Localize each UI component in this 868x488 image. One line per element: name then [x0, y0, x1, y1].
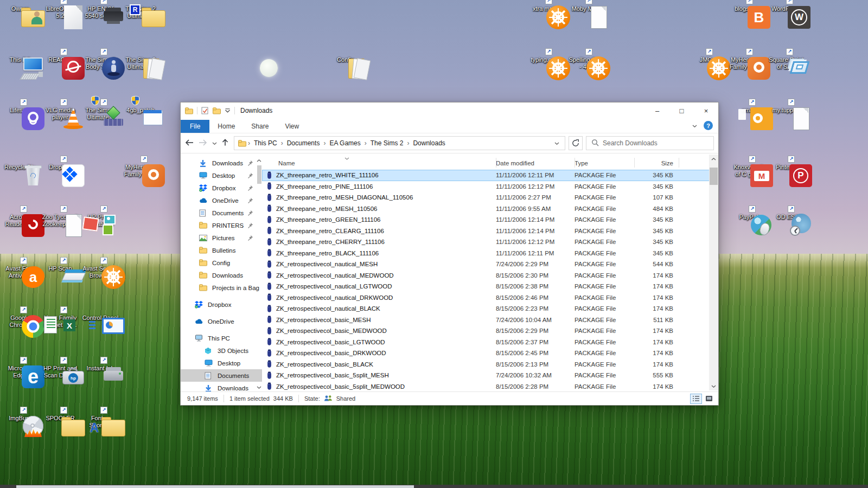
tab-home[interactable]: Home: [209, 120, 243, 133]
desktop-icon-lifesize[interactable]: ↗Lifesize: [0, 106, 40, 114]
desktop-icon-reachit[interactable]: ↗REACHit: [40, 55, 80, 63]
desktop-icon-pinterest[interactable]: P↗Pinterest: [768, 163, 808, 171]
tab-view[interactable]: View: [277, 120, 307, 133]
desktop-icon-the-sims-2-ultimate-[interactable]: The Sims 2 Ultimate...: [120, 55, 161, 70]
recent-locations-chevron-icon[interactable]: [212, 139, 217, 147]
desktop-icon-hp-print-and-scan-doctor[interactable]: hp↗HP Print and Scan Doctor: [40, 364, 80, 379]
desktop-icon-od-ess[interactable]: ↗OD ESS: [768, 213, 808, 221]
sidebar-item-onedrive[interactable]: OneDrive: [181, 194, 262, 207]
sidebar-item-3d-objects[interactable]: 3D Objects: [181, 344, 262, 357]
table-row[interactable]: ZK_retrospectivecol_nautical_BLACK8/15/2…: [262, 303, 718, 314]
desktop-icon-typing-com[interactable]: ↗typing.com: [525, 55, 565, 63]
table-row[interactable]: ZK_threepane_retro_MESH_11050611/11/2006…: [262, 203, 718, 215]
desktop-icon-email[interactable]: ↗email: [729, 106, 769, 114]
desktop-icon-acrobat-reader-dc[interactable]: ↗Acrobat Reader DC: [0, 213, 40, 228]
desktop-icon-the-sims-2-ultimate-[interactable]: RThe Sims 2 Ultimate...: [120, 4, 161, 20]
desktop-icon-paypal[interactable]: ↗PayPal: [729, 213, 769, 221]
column-header-size[interactable]: Size: [634, 160, 679, 170]
table-row[interactable]: ZK_retrospectivecol_nautical_LGTWOOD8/15…: [262, 281, 718, 292]
column-header-name[interactable]: Name: [262, 160, 496, 170]
desktop-icon-config[interactable]: Config: [326, 55, 366, 63]
sidebar-item-printers[interactable]: PRINTERS: [181, 219, 262, 232]
table-row[interactable]: ZK_threepane_retro_GREEN_11110611/11/200…: [262, 214, 718, 226]
desktop-icon-dropbox[interactable]: ↗Dropbox: [40, 163, 80, 171]
sidebar-item-pictures[interactable]: Pictures: [181, 232, 262, 244]
table-row[interactable]: ZK_threepane_retro_BLACK_11110611/11/200…: [262, 248, 718, 259]
table-row[interactable]: ZK_retrospectivecol_nautical_MEDWOOD8/15…: [262, 270, 718, 281]
desktop-icon-libreoffice-5-2[interactable]: ↗LibreOffice 5.2: [40, 4, 80, 20]
folder-icon[interactable]: [185, 107, 193, 114]
scroll-up-icon[interactable]: [709, 155, 718, 163]
desktop-icon-4gb-patch[interactable]: 4gb_patch: [120, 106, 161, 114]
breadcrumb-item[interactable]: The Sims 2: [367, 139, 407, 147]
forward-button[interactable]: [199, 139, 207, 147]
table-row[interactable]: ZK_threepane_retro_CLEARG_11110611/11/20…: [262, 226, 718, 237]
address-bar[interactable]: ›This PC›Documents›EA Games›The Sims 2›D…: [234, 136, 565, 150]
desktop-icon-owner[interactable]: Owner: [0, 4, 40, 12]
desktop-icon-myheritage-family-tre-[interactable]: ↗MyHeritage Family Tre...: [726, 55, 766, 70]
table-row[interactable]: ZK_retrospectivecol_basic_BLACK8/15/2006…: [262, 359, 718, 370]
details-view-button[interactable]: [690, 394, 702, 404]
desktop-icon-spelling-city-4th[interactable]: ↗Spelling City - 4th: [565, 55, 605, 70]
desktop-icon-hp-photo-creations[interactable]: ↗HP Photo Creations: [80, 213, 120, 228]
sidebar-item-this-pc[interactable]: This PC: [181, 332, 262, 344]
desktop-icon-zoo-tycoon-2-zookeeper-[interactable]: ↗Zoo Tycoon 2 Zookeeper ...: [40, 213, 80, 228]
desktop-icon-this-pc[interactable]: This PC: [0, 55, 40, 63]
search-input[interactable]: Search Downloads: [586, 136, 714, 150]
sidebar-item-projects-in-a-bag[interactable]: Projects in a Bag: [181, 281, 262, 294]
table-row[interactable]: ZK_retrospectivecol_nautical_MESH7/24/20…: [262, 259, 718, 270]
table-row[interactable]: ZK_retrospectivecol_basic_MEDWOOD8/15/20…: [262, 325, 718, 337]
desktop-icon-square-point-of-sale[interactable]: ↗Square Point of Sale: [766, 55, 806, 70]
sidebar-item-bulletins[interactable]: Bulletins: [181, 244, 262, 256]
desktop-icon-wordpress[interactable]: W↗WordPress: [766, 4, 806, 12]
desktop-icon-hp-scan[interactable]: ↗HP Scan: [40, 264, 80, 272]
sidebar-item-dropbox[interactable]: Dropbox: [181, 182, 262, 194]
desktop-icon-myheritage-family-tre-[interactable]: ↗MyHeritage Family Tre...: [120, 163, 161, 178]
sidebar-item-dropbox[interactable]: Dropbox: [181, 298, 262, 311]
table-row[interactable]: ZK_retrospectivecol_basic_DRKWOOD8/15/20…: [262, 348, 718, 359]
vertical-scrollbar[interactable]: [709, 155, 718, 390]
scroll-down-icon[interactable]: [709, 382, 718, 390]
sidebar-item-downloads[interactable]: Downloads: [181, 382, 262, 391]
sidebar-item-downloads[interactable]: Downloads: [181, 157, 262, 169]
desktop-icon-blogspot[interactable]: B↗blogspot: [726, 4, 766, 12]
scrollbar-thumb[interactable]: [257, 165, 261, 184]
refresh-button[interactable]: [569, 136, 583, 150]
tab-file[interactable]: File: [181, 120, 209, 133]
breadcrumb-item[interactable]: This PC: [250, 139, 281, 147]
desktop-icon-control-panel[interactable]: Control Panel: [80, 313, 120, 322]
breadcrumb-item[interactable]: Downloads: [409, 139, 449, 147]
breadcrumb-item[interactable]: Documents: [283, 139, 324, 147]
column-divider[interactable]: [634, 158, 635, 168]
desktop-icon-fonts-shortcut[interactable]: A↗Fonts - Shortcut: [80, 414, 120, 429]
help-button[interactable]: ?: [704, 121, 713, 130]
new-folder-icon[interactable]: [213, 107, 221, 114]
address-dropdown-chevron-icon[interactable]: [551, 139, 563, 147]
desktop-icon-hays-family-budget-s-[interactable]: X↗Hays Family Budget - S...: [40, 313, 80, 329]
sidebar-item-config[interactable]: Config: [181, 256, 262, 269]
desktop-icon-xtra-math[interactable]: ↗xtra math: [525, 4, 565, 12]
desktop-icon-the-sims-2-body-shop[interactable]: ↗The Sims 2 Body Shop: [80, 55, 120, 70]
expand-ribbon-chevron-icon[interactable]: [692, 122, 697, 130]
breadcrumb-item[interactable]: EA Games: [326, 139, 364, 147]
back-button[interactable]: [185, 139, 194, 147]
desktop-icon-hp-envy-5540-series[interactable]: ↗HP ENVY 5540 series: [80, 4, 120, 20]
large-icons-view-button[interactable]: [703, 394, 715, 404]
sidebar-scrollbar[interactable]: [256, 158, 261, 390]
desktop-icon-google-chrome[interactable]: ↗Google Chrome: [0, 313, 40, 329]
up-button[interactable]: [222, 139, 228, 147]
desktop-icon-vlc-media-player[interactable]: ↗VLC media player: [40, 106, 80, 121]
desktop-icon-knoxville-c-of-c-gmail[interactable]: M↗Knoxville C of C gmail: [729, 163, 769, 178]
desktop-icon-avast-secure-browser[interactable]: ↗Avast Secure Browser: [80, 264, 120, 279]
minimize-button[interactable]: –: [645, 102, 669, 119]
desktop-icon-avast-free-antivirus[interactable]: a↗Avast Free Antivirus: [0, 264, 40, 279]
scroll-up-icon[interactable]: [256, 158, 261, 163]
column-divider[interactable]: [496, 158, 496, 168]
desktop-icon-instant-ink[interactable]: ↗Instant Ink: [80, 364, 120, 372]
column-header-date-modified[interactable]: Date modified: [496, 160, 575, 170]
table-row[interactable]: ZK_threepane_retro_MESH_DIAGONAL_1105061…: [262, 192, 718, 203]
sidebar-item-documents[interactable]: Documents: [181, 207, 262, 219]
desktop-icon-recycle-bin[interactable]: Recycle Bin: [0, 163, 40, 171]
table-row[interactable]: ZK_threepane_retro_CHERRY_11110611/11/20…: [262, 236, 718, 248]
column-divider[interactable]: [679, 158, 679, 168]
